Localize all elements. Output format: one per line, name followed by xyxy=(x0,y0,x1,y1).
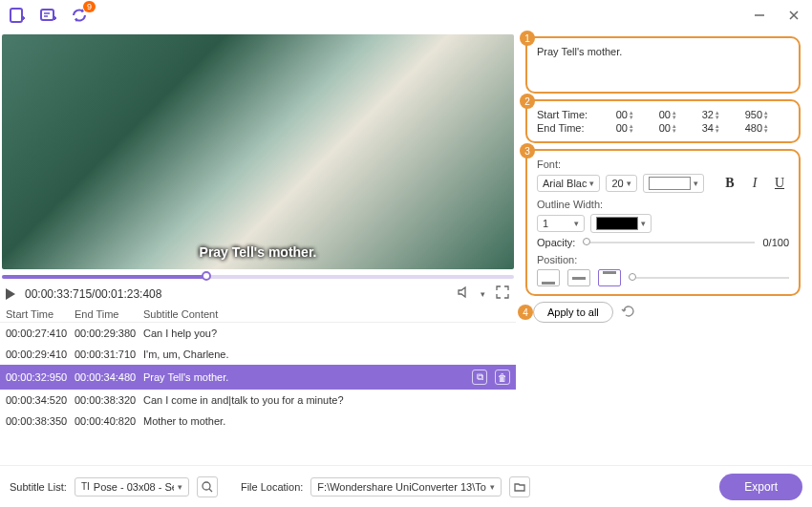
step-1-badge: 1 xyxy=(520,31,535,46)
font-family-select[interactable]: Arial Blac▾ xyxy=(537,175,600,192)
title-bar: 9 xyxy=(0,0,812,31)
outline-width-select[interactable]: 1▾ xyxy=(537,215,585,232)
time-panel: 2 Start Time: 00▴▾ 00▴▾ 32▴▾ 950▴▾ End T… xyxy=(525,99,801,143)
position-middle-button[interactable] xyxy=(567,269,590,286)
spinner-icon[interactable]: ▴▾ xyxy=(673,123,682,133)
file-location-input[interactable]: F:\Wondershare UniConverter 13\To-bur ▾ xyxy=(310,477,502,496)
bold-button[interactable]: B xyxy=(720,174,739,193)
end-time-label: End Time: xyxy=(537,122,596,134)
delete-icon[interactable]: 🗑 xyxy=(495,370,510,385)
outline-color-select[interactable]: ▾ xyxy=(590,214,652,233)
col-end-header: End Time xyxy=(75,308,143,320)
table-row[interactable]: 00:00:32:950 00:00:34:480 Pray Tell's mo… xyxy=(0,365,516,390)
subtitle-list-label: Subtitle List: xyxy=(10,481,67,493)
apply-to-all-button[interactable]: Apply to all xyxy=(533,302,613,323)
volume-chevron-icon[interactable]: ▾ xyxy=(481,289,485,299)
position-top-button[interactable] xyxy=(598,269,621,286)
footer: Subtitle List: TI Pose - 03x08 - Ser... … xyxy=(0,465,812,507)
svg-rect-1 xyxy=(41,10,53,20)
fullscreen-icon[interactable] xyxy=(495,285,510,303)
start-time-label: Start Time: xyxy=(537,109,596,120)
add-file-icon[interactable] xyxy=(8,5,29,26)
position-bottom-button[interactable] xyxy=(537,269,560,286)
spinner-icon[interactable]: ▴▾ xyxy=(630,123,639,133)
start-h[interactable]: 00 xyxy=(602,109,629,120)
subtitle-table: Start Time End Time Subtitle Content 00:… xyxy=(0,306,516,465)
position-slider[interactable] xyxy=(629,277,789,279)
duplicate-icon[interactable]: ⧉ xyxy=(472,370,487,385)
play-button[interactable] xyxy=(6,288,15,300)
end-ms[interactable]: 480 xyxy=(731,122,763,134)
svg-point-3 xyxy=(203,482,210,490)
svg-rect-0 xyxy=(11,9,22,22)
underline-button[interactable]: U xyxy=(770,174,789,193)
minimize-icon[interactable] xyxy=(749,5,770,26)
table-row[interactable]: 00:00:38:35000:00:40:820Mother to mother… xyxy=(0,411,516,432)
spinner-icon[interactable]: ▴▾ xyxy=(673,110,682,119)
start-m[interactable]: 00 xyxy=(645,109,672,120)
subtitle-text-panel[interactable]: 1 Pray Tell's mother. xyxy=(525,36,801,94)
subtitle-list-select[interactable]: TI Pose - 03x08 - Ser... ▾ xyxy=(75,477,189,496)
opacity-label: Opacity: xyxy=(537,237,575,248)
end-m[interactable]: 00 xyxy=(645,122,672,134)
position-label: Position: xyxy=(537,254,789,265)
browse-folder-icon[interactable] xyxy=(509,476,530,497)
playback-time: 00:00:33:715/00:01:23:408 xyxy=(25,287,161,301)
spinner-icon[interactable]: ▴▾ xyxy=(716,110,725,119)
font-panel: 3 Font: Arial Blac▾ 20▾ ▾ B I U Outline … xyxy=(525,149,801,296)
add-subtitle-icon[interactable] xyxy=(38,5,59,26)
spinner-icon[interactable]: ▴▾ xyxy=(716,123,725,133)
spinner-icon[interactable]: ▴▾ xyxy=(764,110,774,119)
video-caption: Pray Tell's mother. xyxy=(200,244,317,260)
start-ms[interactable]: 950 xyxy=(731,109,763,120)
export-button[interactable]: Export xyxy=(719,474,802,500)
reset-icon[interactable] xyxy=(621,304,636,322)
volume-icon[interactable] xyxy=(456,285,471,303)
opacity-slider[interactable] xyxy=(583,242,755,243)
svg-line-4 xyxy=(209,489,212,492)
spinner-icon[interactable]: ▴▾ xyxy=(630,110,639,119)
subtitle-text[interactable]: Pray Tell's mother. xyxy=(537,46,622,57)
progress-bar[interactable] xyxy=(2,275,514,279)
opacity-value: 0/100 xyxy=(762,237,789,248)
font-color-select[interactable]: ▾ xyxy=(643,174,704,193)
table-row[interactable]: 00:00:34:52000:00:38:320Can I come in an… xyxy=(0,390,516,411)
file-location-label: File Location: xyxy=(241,481,303,493)
badge-count: 9 xyxy=(83,1,96,12)
step-2-badge: 2 xyxy=(520,94,535,109)
sync-icon[interactable]: 9 xyxy=(69,5,90,26)
outline-label: Outline Width: xyxy=(537,199,789,210)
end-s[interactable]: 34 xyxy=(688,122,715,134)
col-start-header: Start Time xyxy=(6,308,75,320)
step-4-badge: 4 xyxy=(518,305,533,320)
video-preview[interactable]: Pray Tell's mother. xyxy=(2,34,514,269)
close-icon[interactable] xyxy=(783,5,804,26)
col-content-header: Subtitle Content xyxy=(143,308,510,320)
font-label: Font: xyxy=(537,158,789,170)
table-row[interactable]: 00:00:29:41000:00:31:710I'm, um, Charlen… xyxy=(0,344,516,365)
end-h[interactable]: 00 xyxy=(602,122,629,134)
font-size-select[interactable]: 20▾ xyxy=(606,175,636,192)
search-subtitle-icon[interactable] xyxy=(197,476,218,497)
table-row[interactable]: 00:00:27:41000:00:29:380Can I help you? xyxy=(0,323,516,344)
spinner-icon[interactable]: ▴▾ xyxy=(764,123,774,133)
start-s[interactable]: 32 xyxy=(688,109,715,120)
step-3-badge: 3 xyxy=(520,143,535,158)
italic-button[interactable]: I xyxy=(745,174,764,193)
